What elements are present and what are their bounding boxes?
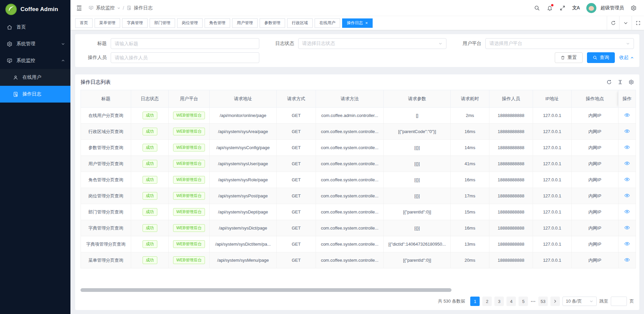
- cell-action: [619, 252, 636, 268]
- view-detail-eye-button[interactable]: [624, 257, 630, 263]
- tab-角色管理[interactable]: 角色管理: [205, 18, 230, 28]
- title-label: 标题: [80, 41, 107, 47]
- sidebar-item-online-users[interactable]: 在线用户: [0, 69, 70, 86]
- tab-list: 首页菜单管理字典管理部门管理岗位管理角色管理用户管理参数管理行政区域在线用户操作…: [70, 18, 373, 28]
- title-input[interactable]: [111, 38, 259, 49]
- scrollbar-thumb[interactable]: [80, 288, 451, 292]
- tab-options-button[interactable]: [619, 16, 632, 30]
- page-ellipsis[interactable]: •••: [531, 299, 536, 303]
- cell-handler: com.coffee.system.controlle...: [316, 140, 384, 156]
- refresh-tab-button[interactable]: [607, 16, 619, 30]
- operator-input[interactable]: [111, 52, 259, 63]
- tab-首页[interactable]: 首页: [75, 18, 93, 28]
- view-detail-eye-button[interactable]: [624, 209, 630, 214]
- tab-行政区域[interactable]: 行政区域: [287, 18, 313, 28]
- table-header-row: 标题日志状态用户平台请求地址请求方式请求方法请求参数请求耗时操作人员IP地址操作…: [81, 90, 636, 108]
- sidebar-submenu: 在线用户 操作日志: [0, 69, 70, 103]
- tab-close-icon[interactable]: ×: [365, 21, 368, 25]
- cell-params: [{"parentId":0}]: [384, 204, 451, 220]
- app-logo[interactable]: Coffee Admin: [0, 0, 70, 19]
- sidebar-item-system-management[interactable]: 系统管理: [0, 36, 70, 52]
- sidebar-item-home[interactable]: 首页: [0, 19, 70, 36]
- notification-bell[interactable]: [547, 5, 553, 11]
- collapse-filters-link[interactable]: 收起: [619, 55, 634, 61]
- cell-operator: 18888888888: [489, 156, 533, 172]
- cell-operator: 18888888888: [489, 124, 533, 140]
- view-detail-eye-button[interactable]: [624, 193, 630, 198]
- cell-params: [{"dictId":140647326180950...: [384, 236, 451, 252]
- tab-部门管理[interactable]: 部门管理: [150, 18, 175, 28]
- log-status-select[interactable]: 请选择日志状态: [298, 38, 447, 49]
- cell-operator: 18888888888: [489, 204, 533, 220]
- page-button-3[interactable]: 3: [494, 297, 504, 306]
- page-size-select[interactable]: 10 条/页: [562, 297, 597, 306]
- page-button-1[interactable]: 1: [470, 297, 480, 306]
- cell-ip: 127.0.0.1: [533, 156, 572, 172]
- tab-操作日志[interactable]: 操作日志×: [342, 18, 373, 28]
- sidebar: Coffee Admin 首页 系统管理 系统监控 在线用户 操作日志: [0, 0, 70, 314]
- fullscreen-icon[interactable]: [559, 5, 566, 11]
- tab-label: 在线用户: [319, 20, 335, 26]
- tab-在线用户[interactable]: 在线用户: [315, 18, 340, 28]
- page-button-4[interactable]: 4: [506, 297, 516, 306]
- view-detail-eye-button[interactable]: [624, 161, 630, 166]
- tab-label: 字典管理: [127, 20, 143, 26]
- search-icon[interactable]: [534, 5, 540, 11]
- tab-字典管理[interactable]: 字典管理: [122, 18, 148, 28]
- sidebar-fold-icon[interactable]: [76, 5, 83, 11]
- page-button-2[interactable]: 2: [482, 297, 492, 306]
- cell-params: [{}]: [384, 156, 451, 172]
- sidebar-item-system-monitor[interactable]: 系统监控: [0, 52, 70, 69]
- cell-title: 在线用户分页查询: [81, 108, 131, 124]
- page-list: 12345•••53: [470, 297, 548, 306]
- chevron-right-icon: [553, 299, 557, 303]
- view-detail-eye-button[interactable]: [624, 112, 630, 118]
- cell-url: /api/monitor/online/page: [210, 108, 277, 124]
- settings-gear-icon[interactable]: [631, 5, 637, 11]
- search-button[interactable]: 查询: [587, 52, 615, 63]
- table-spacer: [80, 268, 634, 288]
- tab-参数管理[interactable]: 参数管理: [260, 18, 285, 28]
- tab-岗位管理[interactable]: 岗位管理: [177, 18, 203, 28]
- monitor-icon: [7, 58, 12, 64]
- translate-icon[interactable]: 文A: [572, 5, 580, 11]
- sidebar-item-label: 操作日志: [22, 91, 41, 97]
- cell-handler: com.coffee.system.controlle...: [316, 156, 384, 172]
- view-detail-eye-button[interactable]: [624, 128, 630, 134]
- tab-菜单管理[interactable]: 菜单管理: [95, 18, 120, 28]
- cell-ip: 127.0.0.1: [533, 236, 572, 252]
- column-header-请求参数: 请求参数: [384, 90, 451, 108]
- cell-duration: 13ms: [451, 236, 489, 252]
- avatar[interactable]: [586, 3, 596, 13]
- reset-button[interactable]: 重置: [555, 52, 583, 63]
- user-platform-select[interactable]: 请选择用户平台: [485, 38, 634, 49]
- column-header-用户平台: 用户平台: [169, 90, 210, 108]
- cell-location: 内网IP: [572, 220, 619, 236]
- cell-params: [{}]: [384, 188, 451, 204]
- cell-title: 用户管理分页查询: [81, 156, 131, 172]
- cell-handler: com.coffee.system.controlle...: [316, 220, 384, 236]
- page-button-53[interactable]: 53: [538, 297, 548, 306]
- cell-action: [619, 188, 636, 204]
- view-detail-eye-button[interactable]: [624, 225, 630, 231]
- sidebar-item-operation-log[interactable]: 操作日志: [0, 86, 70, 103]
- view-detail-eye-button[interactable]: [624, 177, 630, 182]
- next-page-button[interactable]: [550, 297, 560, 306]
- jump-page-input[interactable]: [611, 297, 627, 306]
- page-button-5[interactable]: 5: [519, 297, 528, 306]
- chevron-down-icon[interactable]: [117, 6, 120, 10]
- chevron-up-icon: [61, 59, 65, 63]
- tab-label: 参数管理: [264, 20, 280, 26]
- cell-params: [{}]: [384, 140, 451, 156]
- cell-duration: 16ms: [451, 220, 489, 236]
- content-fullscreen-button[interactable]: [632, 16, 644, 30]
- column-settings-gear-icon[interactable]: [629, 79, 634, 85]
- cell-duration: 20ms: [451, 252, 489, 268]
- view-detail-eye-button[interactable]: [624, 241, 630, 247]
- breadcrumb-item-monitor[interactable]: 系统监控: [96, 5, 115, 11]
- refresh-icon[interactable]: [606, 79, 612, 85]
- view-detail-eye-button[interactable]: [624, 144, 630, 150]
- row-height-icon[interactable]: [618, 79, 623, 85]
- current-user-name[interactable]: 超级管理员: [600, 5, 624, 11]
- tab-用户管理[interactable]: 用户管理: [232, 18, 258, 28]
